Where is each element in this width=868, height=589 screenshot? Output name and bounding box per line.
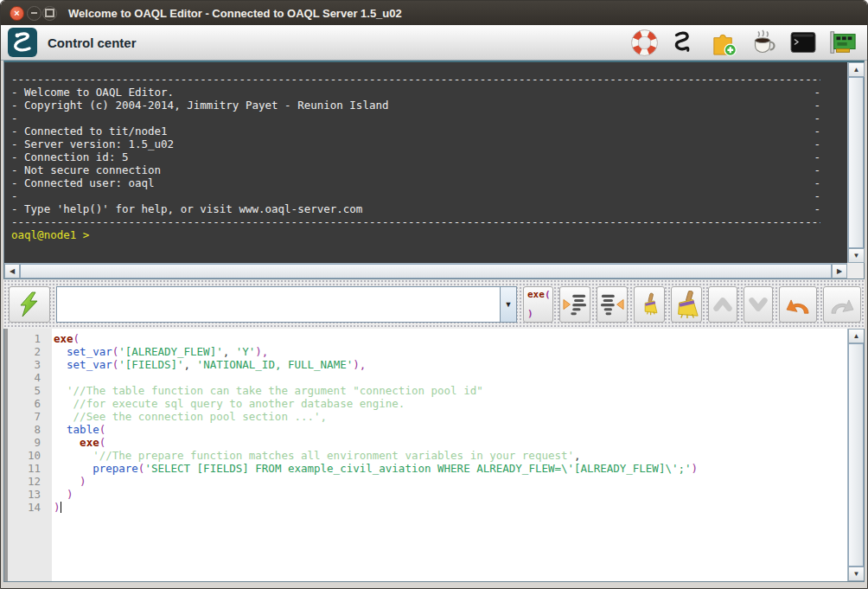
redo-button[interactable] <box>823 286 861 323</box>
code-text: exe( <box>54 332 80 345</box>
toolbar-title: Control center <box>48 35 137 50</box>
code-text: ) <box>54 488 73 501</box>
redo-arrow-icon <box>827 293 857 316</box>
terminal-border: - <box>814 189 820 202</box>
line-number: 2 <box>4 345 48 358</box>
code-line: 10 '//The prepare function matches all e… <box>4 449 847 462</box>
undo-button[interactable] <box>779 286 817 323</box>
scroll-right-button[interactable]: ▶ <box>832 264 847 278</box>
maximize-button[interactable] <box>42 6 57 21</box>
line-number: 6 <box>4 397 48 410</box>
titlebar: × Welcome to OAQL Editor - Connected to … <box>1 1 867 25</box>
code-line: 6 //for execute sql query to another dat… <box>4 397 847 410</box>
code-line: 3 set_var('[FIELDS]', 'NATIONAL_ID, FULL… <box>4 358 847 371</box>
indent-icon <box>562 292 588 317</box>
scroll-left-button[interactable]: ◀ <box>4 264 20 278</box>
terminal-line: - Welcome to OAQL Editor.- <box>11 86 820 99</box>
outdent-button[interactable] <box>597 286 628 323</box>
line-number: 8 <box>4 423 48 436</box>
terminal-border: - <box>814 138 820 150</box>
console-horizontal-scrollbar[interactable]: ◀ ▶ <box>4 263 847 278</box>
oaql-editor-window: × Welcome to OAQL Editor - Connected to … <box>0 0 868 589</box>
scrollbar-thumb[interactable] <box>20 264 832 278</box>
terminal-line: - Type 'help()' for help, or visit www.o… <box>11 202 820 215</box>
terminal-line: -- <box>11 112 820 125</box>
lightning-icon <box>17 291 41 317</box>
terminal-border: - <box>814 176 820 189</box>
code-text: prepare('SELECT [FIELDS] FROM example_ci… <box>54 462 698 475</box>
code-text: set_var('[ALREADY_FLEW]', 'Y'), <box>54 345 268 358</box>
terminal-line: - Not secure connection- <box>11 163 820 176</box>
terminal-border: - <box>814 125 820 138</box>
scroll-up-button[interactable]: ▲ <box>848 329 865 343</box>
prompt-text: oaql@node1 > <box>11 228 89 241</box>
small-broom-icon <box>638 292 661 317</box>
terminal-text: - Server version: 1.5_u02 <box>11 138 174 150</box>
scrollbar-thumb[interactable] <box>848 343 864 567</box>
add-plugin-icon[interactable] <box>710 29 737 56</box>
minimize-button[interactable] <box>27 6 41 21</box>
code-editor[interactable]: 1exe( 2 set_var('[ALREADY_FLEW]', 'Y'), … <box>3 329 865 582</box>
big-broom-icon <box>673 291 699 318</box>
terminal-line: ----------------------------------------… <box>11 73 820 86</box>
terminal-text: - Welcome to OAQL Editor. <box>11 86 174 99</box>
code-area[interactable]: 1exe( 2 set_var('[ALREADY_FLEW]', 'Y'), … <box>4 329 847 581</box>
clean-line-button[interactable] <box>634 286 665 323</box>
code-line: 1exe( <box>4 332 847 345</box>
move-down-button[interactable] <box>744 286 773 323</box>
terminal-text: - <box>11 112 18 125</box>
execute-button[interactable] <box>9 286 50 323</box>
console-output[interactable]: ----------------------------------------… <box>4 62 847 263</box>
chevron-up-icon <box>710 293 736 316</box>
line-number: 3 <box>4 358 48 371</box>
line-number: 7 <box>4 410 48 423</box>
code-line: 4 <box>4 371 847 384</box>
terminal-screen-icon[interactable] <box>789 29 817 56</box>
snake-icon[interactable] <box>670 29 698 56</box>
scroll-down-button[interactable]: ▼ <box>848 248 865 263</box>
move-up-button[interactable] <box>708 286 737 323</box>
terminal-text: - Copyright (c) 2004-2014, Jimmitry Paye… <box>11 99 389 112</box>
terminal-text: - Connected to tit/node1 <box>11 125 168 138</box>
line-number: 10 <box>4 449 48 462</box>
console-panel: ----------------------------------------… <box>3 61 865 279</box>
chevron-down-icon <box>745 293 771 316</box>
terminal-border: - <box>814 163 820 176</box>
terminal-prompt: oaql@node1 > <box>11 228 820 241</box>
scroll-up-button[interactable]: ▲ <box>848 62 865 77</box>
code-text: set_var('[FIELDS]', 'NATIONAL_ID, FULL_N… <box>54 358 366 371</box>
line-number: 14 <box>4 501 48 514</box>
line-number: 13 <box>4 488 48 501</box>
query-input[interactable] <box>57 287 500 322</box>
code-text: exe( <box>54 436 105 449</box>
indent-button[interactable] <box>559 286 590 323</box>
line-number: 4 <box>4 371 48 384</box>
terminal-text: - Type 'help()' for help, or visit www.o… <box>11 202 362 215</box>
line-number: 5 <box>4 384 48 397</box>
code-line: 2 set_var('[ALREADY_FLEW]', 'Y'), <box>4 345 847 358</box>
help-lifebuoy-icon[interactable] <box>630 29 658 56</box>
terminal-border: - <box>814 112 820 125</box>
terminal-line: - Server version: 1.5_u02- <box>11 138 820 150</box>
code-line: 9 exe( <box>4 436 847 449</box>
editor-vertical-scrollbar[interactable]: ▲ ▼ <box>847 329 864 581</box>
coffee-icon[interactable] <box>750 29 777 56</box>
code-line: 7 //See the connection pool section ...'… <box>4 410 847 423</box>
combo-dropdown-button[interactable]: ▼ <box>500 287 516 322</box>
exe-snippet-top: exe( <box>527 290 551 300</box>
line-number: 9 <box>4 436 48 449</box>
insert-exe-button[interactable]: exe( ) <box>523 286 553 323</box>
clean-all-button[interactable] <box>671 286 702 323</box>
close-button[interactable]: × <box>10 6 24 21</box>
scroll-down-button[interactable]: ▼ <box>848 567 865 581</box>
code-text: ) <box>54 501 61 514</box>
code-text: //for execute sql query to another datab… <box>54 397 405 410</box>
scrollbar-thumb[interactable] <box>848 77 864 248</box>
code-line: 8 table( <box>4 423 847 436</box>
terminal-text: ----------------------------------------… <box>11 73 820 86</box>
terminal-border: - <box>814 150 820 163</box>
terminal-line: -- <box>11 189 820 202</box>
terminal-line: ----------------------------------------… <box>11 215 820 228</box>
console-vertical-scrollbar[interactable]: ▲ ▼ <box>847 62 864 263</box>
network-card-icon[interactable] <box>829 29 857 56</box>
